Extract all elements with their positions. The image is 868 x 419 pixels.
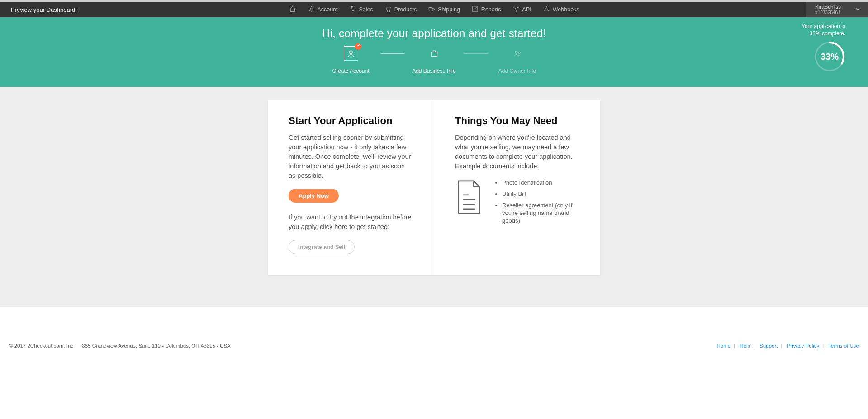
step-connector	[380, 53, 405, 54]
gear-icon	[308, 5, 314, 14]
nav-api-label: API	[522, 6, 531, 13]
card-start-application: Start Your Application Get started selli…	[268, 100, 434, 275]
document-icon	[455, 179, 483, 217]
svg-point-18	[518, 52, 520, 53]
step-connector	[464, 53, 488, 54]
nav-reports-label: Reports	[481, 6, 501, 13]
preview-label: Preview your Dashboard:	[0, 6, 77, 13]
svg-point-13	[544, 10, 545, 11]
svg-point-10	[517, 7, 519, 8]
progress-summary: Your application is 33% complete. 33%	[802, 23, 845, 72]
person-icon	[344, 46, 358, 61]
list-item: Utility Bill	[502, 190, 579, 198]
svg-point-11	[516, 10, 517, 12]
list-item: Reseller agreement (only if you're selli…	[502, 202, 579, 225]
nav-shipping-label: Shipping	[438, 6, 460, 13]
hero-title: Hi, complete your application and get st…	[0, 27, 868, 40]
nav-sales[interactable]: Sales	[350, 5, 373, 14]
svg-point-0	[310, 8, 312, 10]
nav-api[interactable]: API	[513, 5, 531, 14]
nav-webhooks[interactable]: Webhooks	[543, 5, 579, 14]
card-title: Start Your Application	[289, 115, 413, 127]
step-create-account: Create Account	[322, 46, 380, 74]
nav-reports[interactable]: Reports	[472, 5, 501, 14]
footer-links: Home| Help| Support| Privacy Policy| Ter…	[716, 343, 859, 348]
cart-icon	[385, 5, 392, 14]
apply-now-button[interactable]: Apply Now	[289, 189, 339, 203]
navbar: Preview your Dashboard: Account Sales Pr…	[0, 2, 868, 17]
truck-icon	[428, 5, 435, 14]
user-id: #103325461	[815, 10, 841, 15]
svg-point-9	[513, 7, 515, 8]
nav-products-label: Products	[394, 6, 417, 13]
svg-point-2	[387, 11, 388, 12]
api-icon	[513, 5, 520, 14]
integrate-sell-button[interactable]: Integrate and Sell	[289, 240, 355, 254]
svg-point-1	[351, 7, 352, 8]
cards-area: Start Your Application Get started selli…	[0, 87, 868, 307]
progress-text-line1: Your application is	[802, 23, 845, 30]
user-menu[interactable]: KiraSchliss #103325461	[806, 2, 868, 17]
svg-point-5	[430, 10, 431, 11]
home-icon	[289, 5, 296, 14]
list-item: Photo Identification	[502, 179, 579, 187]
card-things-you-need: Things You May Need Depending on where y…	[434, 100, 600, 275]
footer-address: 855 Grandview Avenue, Suite 110 - Columb…	[82, 343, 230, 348]
spacer	[0, 307, 868, 338]
chart-icon	[472, 5, 479, 14]
footer: © 2017 2Checkout.com, Inc. 855 Grandview…	[0, 338, 868, 355]
nav-center: Account Sales Products Shipping Reports	[289, 5, 579, 14]
footer-link-help[interactable]: Help	[740, 343, 750, 348]
step-label: Add Business Info	[412, 68, 456, 74]
footer-copyright: © 2017 2Checkout.com, Inc.	[9, 343, 75, 348]
svg-rect-16	[431, 52, 437, 57]
progress-steps: Create Account Add Business Info Add Own…	[0, 46, 868, 74]
step-add-business[interactable]: Add Business Info	[405, 46, 464, 74]
card-text: Depending on where you're located and wh…	[455, 133, 579, 171]
briefcase-icon	[427, 46, 441, 61]
progress-text-line2: 33% complete.	[802, 30, 845, 37]
svg-point-3	[389, 11, 390, 12]
webhook-icon	[543, 5, 550, 14]
user-name: KiraSchliss	[815, 4, 841, 10]
people-icon	[510, 46, 525, 61]
nav-products[interactable]: Products	[385, 5, 417, 14]
progress-pct-inline: 33%	[810, 30, 821, 37]
nav-sales-label: Sales	[359, 6, 373, 13]
step-label: Add Owner Info	[498, 68, 536, 74]
footer-link-terms[interactable]: Terms of Use	[828, 343, 859, 348]
footer-link-privacy[interactable]: Privacy Policy	[787, 343, 820, 348]
cards-container: Start Your Application Get started selli…	[268, 100, 600, 275]
hero: Hi, complete your application and get st…	[0, 17, 868, 87]
nav-account-label: Account	[317, 6, 337, 13]
svg-point-17	[515, 51, 517, 53]
nav-home[interactable]	[289, 5, 296, 14]
svg-point-6	[433, 10, 434, 11]
nav-shipping[interactable]: Shipping	[428, 5, 460, 14]
chevron-down-icon	[854, 6, 861, 14]
svg-point-14	[548, 10, 549, 11]
card-text-secondary: If you want to try out the integration b…	[289, 213, 413, 232]
card-title: Things You May Need	[455, 115, 579, 127]
progress-pct: 33%	[814, 41, 845, 72]
svg-point-15	[349, 51, 352, 54]
nav-webhooks-label: Webhooks	[553, 6, 579, 13]
svg-rect-4	[429, 7, 432, 10]
step-label: Create Account	[332, 68, 369, 74]
footer-link-home[interactable]: Home	[716, 343, 730, 348]
step-add-owner[interactable]: Add Owner Info	[488, 46, 547, 74]
progress-complete-word: complete.	[821, 30, 845, 37]
nav-account[interactable]: Account	[308, 5, 337, 14]
card-text: Get started selling sooner by submitting…	[289, 133, 413, 181]
progress-ring: 33%	[814, 41, 845, 72]
footer-link-support[interactable]: Support	[759, 343, 778, 348]
svg-point-12	[546, 7, 547, 8]
tag-icon	[350, 5, 356, 14]
needed-docs-list: Photo Identification Utility Bill Resell…	[494, 179, 579, 228]
